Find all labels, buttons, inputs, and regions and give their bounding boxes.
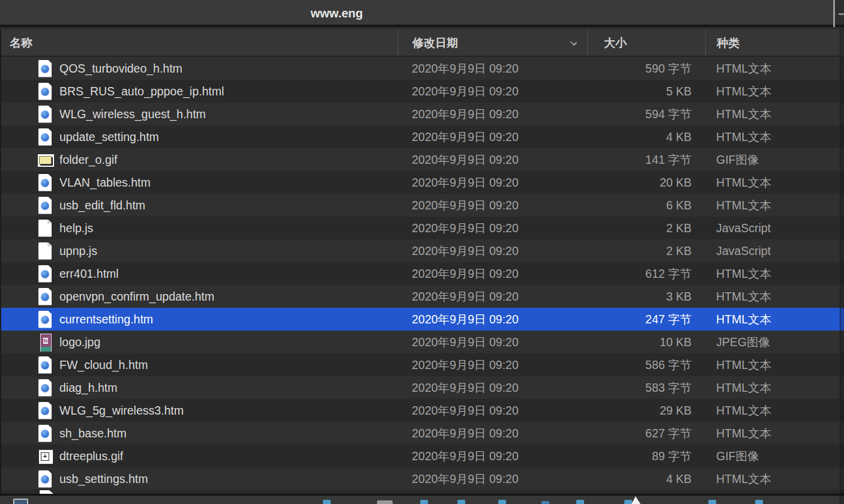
- file-size: 4 KB: [587, 130, 705, 144]
- file-date-modified: 2020年9月9日 09:20: [398, 61, 587, 77]
- file-kind: HTML文本: [705, 266, 844, 282]
- file-row[interactable]: sh_base.htm 2020年9月9日 09:20 627 字节 HTML文…: [1, 422, 844, 445]
- html-doc-icon: [37, 401, 53, 420]
- gif-folder-icon: [37, 151, 53, 169]
- title-bar: www.eng: [0, 0, 834, 27]
- file-size: 586 字节: [587, 357, 705, 373]
- file-name-cell: sh_base.htm: [1, 424, 398, 443]
- file-date-modified: 2020年9月9日 09:20: [398, 357, 587, 373]
- file-size: 29 KB: [587, 404, 705, 418]
- file-row[interactable]: QOS_turbovideo_h.htm 2020年9月9日 09:20 590…: [1, 57, 844, 80]
- file-row[interactable]: WLG_wireless_guest_h.htm 2020年9月9日 09:20…: [1, 103, 844, 125]
- jpeg-logo-icon: [37, 333, 53, 352]
- file-name: openvpn_confirm_update.htm: [59, 290, 214, 304]
- file-size: 583 字节: [587, 380, 705, 396]
- file-row-selected[interactable]: currentsetting.htm 2020年9月9日 09:20 247 字…: [1, 308, 844, 331]
- file-kind: HTML文本: [705, 83, 844, 100]
- file-row[interactable]: err401.html 2020年9月9日 09:20 612 字节 HTML文…: [1, 262, 844, 285]
- dock-display-icon[interactable]: [13, 499, 28, 504]
- dock-app-icon[interactable]: [541, 501, 549, 504]
- file-row[interactable]: usb_edit_fld.htm 2020年9月9日 09:20 6 KB HT…: [1, 194, 844, 217]
- file-row[interactable]: usb_settings.htm 2020年9月9日 09:20 4 KB HT…: [1, 467, 844, 490]
- file-kind: JPEG图像: [705, 334, 844, 350]
- file-row[interactable]: update_setting.htm 2020年9月9日 09:20 4 KB …: [1, 125, 844, 148]
- file-size: 89 字节: [587, 448, 705, 464]
- file-name: WLG_wireless_guest_h.htm: [59, 107, 206, 121]
- column-header-name[interactable]: 名称: [1, 29, 398, 56]
- file-name-cell: WLG_5g_wireless3.htm: [1, 401, 398, 420]
- file-name: dtreeplus.gif: [59, 449, 123, 463]
- file-name-cell: VLAN_tables.htm: [1, 173, 398, 192]
- html-doc-icon: [37, 379, 53, 397]
- file-kind: HTML文本: [705, 380, 844, 396]
- file-date-modified: 2020年9月9日 09:20: [398, 425, 587, 442]
- dock-app-icon[interactable]: [755, 500, 763, 504]
- html-doc-icon: [37, 196, 53, 215]
- file-size: 594 字节: [587, 106, 705, 122]
- file-kind: HTML文本: [705, 311, 844, 328]
- html-doc-icon: [37, 82, 53, 101]
- file-row[interactable]: openvpn_confirm_update.htm 2020年9月9日 09:…: [1, 285, 844, 308]
- file-row[interactable]: upnp.js 2020年9月9日 09:20 2 KB JavaScript: [1, 239, 844, 262]
- file-row[interactable]: VLAN_tables.htm 2020年9月9日 09:20 20 KB HT…: [1, 171, 844, 194]
- file-kind: GIF图像: [705, 448, 844, 464]
- file-row[interactable]: folder_o.gif 2020年9月9日 09:20 141 字节 GIF图…: [1, 148, 844, 171]
- html-doc-icon: [37, 128, 53, 146]
- file-kind: HTML文本: [705, 197, 844, 214]
- file-name-cell: BRS_RUS_auto_pppoe_ip.html: [1, 82, 398, 101]
- file-row[interactable]: dtreeplus.gif 2020年9月9日 09:20 89 字节 GIF图…: [1, 445, 844, 467]
- file-size: 10 KB: [587, 335, 705, 349]
- file-name: usb_edit_fld.htm: [59, 199, 145, 212]
- dock-app-icon[interactable]: [708, 500, 716, 504]
- dock-app-icon[interactable]: [576, 500, 584, 504]
- file-name: err401.html: [59, 267, 119, 281]
- dock-app-icon[interactable]: [377, 500, 393, 504]
- file-name-cell: update_setting.htm: [1, 128, 398, 146]
- file-name-cell: QOS_turbovideo_h.htm: [1, 59, 398, 78]
- file-kind: HTML文本: [705, 471, 844, 487]
- html-doc-icon: [37, 173, 53, 192]
- file-name-cell: help.js: [1, 219, 398, 238]
- dock-app-icon[interactable]: [420, 500, 428, 504]
- file-date-modified: 2020年9月9日 09:20: [398, 266, 587, 282]
- column-header-kind[interactable]: 种类: [705, 29, 844, 56]
- file-name-cell: diag_h.htm: [1, 379, 398, 397]
- plain-doc-icon: [37, 219, 53, 238]
- partial-file-row[interactable]: [0, 490, 844, 494]
- html-doc-icon: [37, 424, 53, 443]
- file-row[interactable]: help.js 2020年9月9日 09:20 2 KB JavaScript: [1, 217, 844, 239]
- file-row[interactable]: FW_cloud_h.htm 2020年9月9日 09:20 586 字节 HT…: [1, 353, 844, 376]
- file-date-modified: 2020年9月9日 09:20: [398, 334, 587, 350]
- file-row[interactable]: diag_h.htm 2020年9月9日 09:20 583 字节 HTML文本: [1, 376, 844, 399]
- file-row[interactable]: WLG_5g_wireless3.htm 2020年9月9日 09:20 29 …: [1, 399, 844, 422]
- file-row[interactable]: BRS_RUS_auto_pppoe_ip.html 2020年9月9日 09:…: [1, 80, 844, 103]
- file-size: 612 字节: [587, 266, 705, 282]
- file-size: 590 字节: [587, 61, 705, 77]
- file-name-cell: currentsetting.htm: [1, 310, 398, 329]
- dock-app-icon[interactable]: [624, 500, 632, 504]
- column-header-size[interactable]: 大小: [587, 29, 705, 56]
- file-date-modified: 2020年9月9日 09:20: [398, 106, 587, 122]
- file-kind: JavaScript: [705, 221, 844, 235]
- html-doc-icon: [37, 287, 53, 306]
- dock: [0, 494, 844, 504]
- file-name: update_setting.htm: [59, 130, 159, 144]
- file-size: 3 KB: [587, 290, 705, 304]
- html-doc-icon: [37, 265, 53, 283]
- column-header-date-modified[interactable]: 修改日期: [398, 29, 587, 56]
- file-name-cell: err401.html: [1, 265, 398, 283]
- file-name: logo.jpg: [59, 335, 100, 349]
- file-date-modified: 2020年9月9日 09:20: [398, 403, 587, 419]
- file-name: BRS_RUS_auto_pppoe_ip.html: [59, 85, 224, 98]
- file-date-modified: 2020年9月9日 09:20: [398, 220, 587, 236]
- file-size: 5 KB: [587, 85, 705, 98]
- dock-app-icon[interactable]: [498, 500, 506, 504]
- dock-app-icon[interactable]: [457, 500, 465, 504]
- file-row[interactable]: logo.jpg 2020年9月9日 09:20 10 KB JPEG图像: [1, 331, 844, 353]
- html-doc-icon: [37, 310, 53, 329]
- file-date-modified: 2020年9月9日 09:20: [398, 175, 587, 191]
- dock-app-icon[interactable]: [323, 500, 331, 504]
- file-size: 2 KB: [587, 244, 705, 258]
- file-list: QOS_turbovideo_h.htm 2020年9月9日 09:20 590…: [0, 57, 844, 493]
- file-date-modified: 2020年9月9日 09:20: [398, 83, 587, 100]
